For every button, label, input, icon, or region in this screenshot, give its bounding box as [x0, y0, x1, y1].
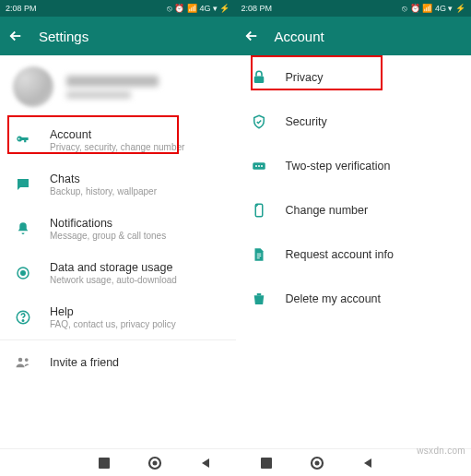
android-nav-bar: [0, 448, 471, 476]
menu-title: Change number: [286, 204, 369, 217]
menu-account[interactable]: Account Privacy, security, change number: [0, 118, 236, 162]
menu-title: Invite a friend: [50, 356, 119, 369]
sim-icon: [249, 202, 269, 219]
account-screen: 2:08 PM ⦸ ⏰ 📶 4G ▾ ⚡ Account Privacy Sec…: [236, 0, 472, 385]
menu-title: Delete my account: [286, 292, 382, 305]
menu-privacy[interactable]: Privacy: [236, 55, 472, 100]
menu-delete-account[interactable]: Delete my account: [236, 277, 472, 321]
settings-screen: 2:08 PM ⦸ ⏰ 📶 4G ▾ ⚡ Settings Account Pr…: [0, 0, 236, 385]
doc-icon: [249, 246, 269, 263]
watermark: wsxdn.com: [417, 446, 465, 456]
lock-icon: [249, 69, 269, 86]
svg-point-18: [314, 460, 319, 465]
menu-title: Request account info: [286, 248, 394, 261]
svg-point-5: [18, 358, 23, 363]
avatar: [13, 66, 53, 107]
nav-recent-icon[interactable]: [260, 457, 273, 470]
app-bar: Settings: [0, 17, 236, 55]
menu-invite[interactable]: Invite a friend: [0, 340, 236, 385]
menu-notifications[interactable]: Notifications Message, group & call tone…: [0, 207, 236, 251]
status-bar: 2:08 PM ⦸ ⏰ 📶 4G ▾ ⚡: [0, 0, 236, 17]
svg-point-9: [255, 165, 257, 167]
back-icon[interactable]: [7, 28, 24, 44]
back-icon[interactable]: [243, 28, 260, 44]
shield-icon: [249, 113, 269, 130]
status-bar: 2:08 PM ⦸ ⏰ 📶 4G ▾ ⚡: [236, 0, 472, 17]
twostep-icon: [249, 158, 269, 174]
menu-data-storage[interactable]: Data and storage usage Network usage, au…: [0, 251, 236, 295]
status-icons: ⦸ ⏰ 📶 4G ▾ ⚡: [167, 4, 230, 14]
menu-request-info[interactable]: Request account info: [236, 232, 472, 277]
profile-row[interactable]: [0, 55, 236, 118]
menu-title: Notifications: [50, 217, 166, 230]
svg-point-15: [152, 460, 157, 465]
nav-recent-icon[interactable]: [98, 457, 111, 470]
menu-title: Two-step verification: [286, 160, 391, 173]
menu-title: Privacy: [286, 71, 324, 84]
svg-point-2: [21, 271, 26, 276]
menu-help[interactable]: Help FAQ, contact us, privacy policy: [0, 295, 236, 339]
nav-home-icon[interactable]: [147, 456, 162, 470]
menu-sub: Privacy, security, change number: [50, 142, 184, 152]
menu-title: Chats: [50, 173, 157, 185]
menu-title: Help: [50, 305, 176, 318]
svg-point-6: [25, 358, 29, 362]
nav-back-icon[interactable]: [361, 457, 374, 470]
menu-two-step[interactable]: Two-step verification: [236, 144, 472, 188]
menu-title: Account: [50, 128, 184, 141]
help-icon: [13, 309, 33, 326]
menu-sub: Backup, history, wallpaper: [50, 186, 157, 196]
data-icon: [13, 265, 33, 281]
invite-icon: [13, 354, 33, 371]
menu-title: Data and storage usage: [50, 261, 177, 274]
svg-rect-7: [253, 77, 264, 84]
menu-title: Security: [286, 115, 327, 128]
menu-security[interactable]: Security: [236, 100, 472, 144]
status-time: 2:08 PM: [241, 4, 273, 13]
menu-sub: FAQ, contact us, privacy policy: [50, 319, 176, 329]
chat-icon: [13, 176, 33, 193]
page-title: Settings: [39, 29, 88, 44]
page-title: Account: [275, 29, 324, 44]
svg-point-10: [258, 165, 260, 167]
menu-change-number[interactable]: Change number: [236, 188, 472, 232]
menu-sub: Message, group & call tones: [50, 231, 166, 241]
nav-home-icon[interactable]: [310, 456, 324, 470]
svg-point-0: [18, 138, 20, 140]
svg-rect-13: [99, 458, 110, 469]
status-time: 2:08 PM: [6, 4, 37, 13]
menu-chats[interactable]: Chats Backup, history, wallpaper: [0, 162, 236, 207]
svg-rect-16: [261, 458, 272, 469]
profile-text: [66, 76, 159, 99]
svg-point-4: [22, 320, 24, 322]
app-bar: Account: [236, 17, 472, 55]
nav-back-icon[interactable]: [199, 457, 212, 470]
status-icons: ⦸ ⏰ 📶 4G ▾ ⚡: [402, 4, 465, 14]
trash-icon: [249, 291, 269, 307]
menu-sub: Network usage, auto-download: [50, 275, 177, 285]
bell-icon: [13, 220, 33, 237]
svg-point-11: [261, 165, 263, 167]
key-icon: [13, 132, 33, 149]
